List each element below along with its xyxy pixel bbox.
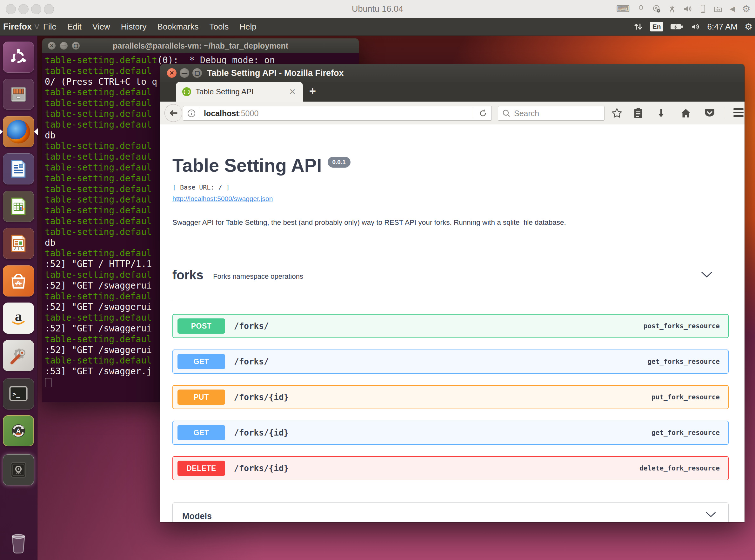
search-placeholder: Search bbox=[514, 109, 539, 118]
svg-text:a: a bbox=[15, 308, 22, 324]
firefox-maximize-button[interactable]: ▢ bbox=[193, 68, 202, 78]
svg-text:>_: >_ bbox=[13, 390, 20, 398]
menu-item-file[interactable]: File bbox=[43, 22, 57, 32]
reload-icon[interactable] bbox=[478, 108, 488, 118]
tab-table-setting-api[interactable]: { } Table Setting API ✕ bbox=[176, 82, 303, 102]
network-traffic-icon[interactable] bbox=[633, 22, 643, 32]
launcher-item-firefox[interactable] bbox=[3, 116, 34, 147]
clipboard-icon[interactable] bbox=[633, 107, 644, 119]
launcher-item-settings[interactable] bbox=[3, 340, 34, 371]
download-icon[interactable] bbox=[655, 107, 667, 119]
panel-app-title[interactable]: Firefox bbox=[3, 22, 32, 32]
keyboard-layout-indicator[interactable]: En bbox=[650, 22, 663, 31]
menu-item-tools[interactable]: Tools bbox=[210, 22, 229, 32]
section-forks-header[interactable]: forks Forks namespace operations bbox=[173, 268, 730, 284]
menu-item-bookmarks[interactable]: Bookmarks bbox=[158, 22, 199, 32]
launcher-item-writer[interactable] bbox=[3, 153, 34, 184]
operation-row-post_forks_resource[interactable]: POST/forks/post_forks_resource bbox=[173, 314, 729, 338]
pocket-icon[interactable] bbox=[703, 107, 716, 119]
global-menu: FileEditViewHistoryBookmarksToolsHelp bbox=[43, 22, 267, 32]
menu-hamburger-icon[interactable] bbox=[733, 108, 743, 119]
launcher-item-terminal[interactable]: >_ bbox=[3, 378, 34, 409]
host-status-icons: ⌨ ◀ ⚙ bbox=[616, 0, 751, 18]
launcher-item-amazon[interactable]: a bbox=[3, 302, 34, 334]
device-icon[interactable] bbox=[699, 4, 707, 13]
terminal-maximize-button[interactable]: ▢ bbox=[72, 42, 80, 49]
terminal-cursor bbox=[45, 378, 52, 387]
search-box[interactable]: Search bbox=[498, 106, 604, 121]
cd-icon[interactable] bbox=[652, 4, 661, 13]
swagger-page: Table Setting API 0.0.1 [ Base URL: / ] … bbox=[173, 124, 730, 522]
operation-id: put_fork_resource bbox=[652, 393, 720, 401]
launcher-item-calc[interactable] bbox=[3, 191, 34, 222]
back-button[interactable] bbox=[164, 104, 182, 122]
method-badge: GET bbox=[178, 354, 225, 369]
sound-icon[interactable] bbox=[691, 22, 700, 31]
models-section[interactable]: Models bbox=[173, 502, 729, 522]
usb-icon[interactable] bbox=[637, 5, 645, 13]
back-arrow-icon bbox=[168, 108, 178, 118]
chevron-down-icon[interactable] bbox=[706, 512, 716, 518]
home-icon[interactable] bbox=[679, 107, 692, 119]
battery-icon[interactable] bbox=[670, 22, 683, 31]
url-bar[interactable]: localhost:5000 bbox=[183, 106, 492, 121]
method-badge: POST bbox=[178, 318, 225, 334]
launcher-item-software[interactable]: A bbox=[3, 265, 34, 297]
menu-item-view[interactable]: View bbox=[93, 22, 110, 32]
launcher-item-backups[interactable] bbox=[3, 454, 34, 485]
back-icon[interactable]: ◀ bbox=[730, 5, 735, 13]
launcher-item-impress[interactable] bbox=[3, 228, 34, 259]
url-host: localhost bbox=[204, 109, 239, 118]
models-title: Models bbox=[182, 512, 212, 521]
menu-item-help[interactable]: Help bbox=[239, 22, 256, 32]
running-app-pip bbox=[0, 129, 3, 135]
operation-path: /forks/{id} bbox=[234, 463, 289, 473]
chevron-down-icon[interactable] bbox=[701, 271, 713, 278]
unity-launcher: Aa>_A bbox=[0, 36, 38, 560]
clock[interactable]: 6:47 AM bbox=[707, 22, 737, 32]
firefox-minimize-button[interactable]: — bbox=[180, 68, 189, 78]
terminal-close-button[interactable]: ✕ bbox=[48, 42, 56, 49]
operation-id: post_forks_resource bbox=[643, 322, 720, 330]
menu-item-history[interactable]: History bbox=[121, 22, 147, 32]
operation-row-get_fork_resource[interactable]: GET/forks/{id}get_fork_resource bbox=[173, 421, 729, 445]
api-title-row: Table Setting API 0.0.1 bbox=[173, 156, 351, 175]
firefox-window-title: Table Setting API - Mozilla Firefox bbox=[207, 64, 344, 82]
operation-row-put_fork_resource[interactable]: PUT/forks/{id}put_fork_resource bbox=[173, 385, 729, 409]
terminal-titlebar[interactable]: ✕ — ▢ parallels@parallels-vm: ~/hab_tar_… bbox=[42, 38, 359, 53]
network-icon[interactable] bbox=[668, 5, 676, 13]
operation-id: delete_fork_resource bbox=[639, 464, 720, 472]
search-icon bbox=[502, 109, 511, 118]
screen: Ubuntu 16.04 ⌨ ◀ ⚙ Firefox V FileEditVie… bbox=[0, 0, 755, 560]
swagger-json-link[interactable]: http://localhost:5000/swagger.json bbox=[173, 195, 273, 202]
operation-row-get_forks_resource[interactable]: GET/forks/get_forks_resource bbox=[173, 349, 729, 374]
bookmark-star-icon[interactable] bbox=[611, 107, 623, 119]
svg-text:A: A bbox=[16, 427, 20, 434]
launcher-item-dash[interactable] bbox=[3, 42, 34, 73]
focused-app-arrow bbox=[34, 128, 38, 135]
launcher-item-updater[interactable]: A bbox=[3, 415, 34, 446]
menu-item-edit[interactable]: Edit bbox=[67, 22, 82, 32]
operation-path: /forks/ bbox=[234, 357, 269, 366]
terminal-minimize-button[interactable]: — bbox=[60, 42, 67, 49]
firefox-close-button[interactable]: ✕ bbox=[167, 68, 177, 78]
tab-close-icon[interactable]: ✕ bbox=[289, 87, 296, 97]
operation-row-delete_fork_resource[interactable]: DELETE/forks/{id}delete_fork_resource bbox=[173, 456, 729, 480]
tab-title: Table Setting API bbox=[196, 87, 289, 96]
shared-folder-icon[interactable] bbox=[714, 5, 722, 13]
api-description: Swagger API for Table Setting, the best … bbox=[173, 218, 725, 227]
launcher-item-files[interactable] bbox=[3, 79, 34, 110]
method-badge: PUT bbox=[178, 389, 225, 405]
volume-icon[interactable] bbox=[683, 5, 692, 13]
section-divider bbox=[173, 301, 730, 301]
site-info-icon[interactable] bbox=[187, 109, 196, 118]
new-tab-button[interactable]: + bbox=[309, 84, 316, 98]
firefox-titlebar[interactable]: ✕ — ▢ Table Setting API - Mozilla Firefo… bbox=[160, 64, 744, 82]
gear-icon[interactable]: ⚙ bbox=[742, 4, 751, 14]
method-badge: GET bbox=[178, 425, 225, 440]
panel-title-artifact: V bbox=[34, 22, 39, 31]
swagger-favicon: { } bbox=[182, 87, 191, 96]
keyboard-icon[interactable]: ⌨ bbox=[616, 4, 630, 14]
launcher-item-trash[interactable] bbox=[3, 527, 34, 558]
session-menu-icon[interactable]: ⚙ bbox=[744, 22, 753, 32]
